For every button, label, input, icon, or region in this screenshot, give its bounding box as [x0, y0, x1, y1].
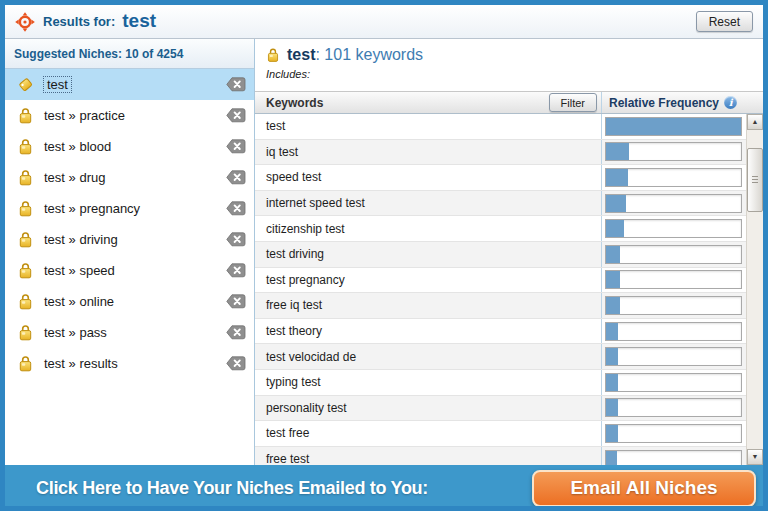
frequency-cell — [602, 191, 746, 216]
keyword-cell: test pregnancy — [255, 268, 602, 293]
keyword-row[interactable]: free test — [255, 447, 746, 465]
filter-button[interactable]: Filter — [549, 93, 597, 112]
bag-icon — [17, 355, 34, 372]
remove-niche-icon[interactable] — [226, 77, 246, 92]
keyword-row[interactable]: internet speed test — [255, 191, 746, 217]
keyword-row[interactable]: test pregnancy — [255, 268, 746, 294]
remove-niche-icon[interactable] — [226, 108, 246, 123]
remove-niche-icon[interactable] — [226, 294, 246, 309]
frequency-bar — [605, 219, 742, 238]
keyword-row[interactable]: test driving — [255, 242, 746, 268]
niche-label: test » speed — [44, 263, 115, 278]
remove-niche-icon[interactable] — [226, 356, 246, 371]
niche-item[interactable]: test » pregnancy — [5, 193, 254, 224]
niche-label: test » drug — [44, 170, 105, 185]
target-icon — [15, 12, 35, 32]
results-for-label: Results for: — [43, 14, 115, 29]
keyword-list-area: testiq testspeed testinternet speed test… — [255, 114, 763, 465]
info-icon[interactable]: i — [724, 96, 737, 109]
frequency-bar — [605, 424, 742, 443]
frequency-bar — [605, 270, 742, 289]
vertical-scrollbar[interactable]: ▲ ▼ — [746, 114, 763, 465]
frequency-cell — [602, 216, 746, 241]
frequency-bar — [605, 322, 742, 341]
niche-item[interactable]: test » practice — [5, 100, 254, 131]
bag-icon — [17, 200, 34, 217]
keyword-row[interactable]: test theory — [255, 319, 746, 345]
keyword-row[interactable]: test free — [255, 421, 746, 447]
keyword-cell: personality test — [255, 396, 602, 421]
keywords-panel-title: test : 101 keywords — [266, 46, 763, 64]
bag-icon — [17, 107, 34, 124]
frequency-cell — [602, 370, 746, 395]
frequency-bar — [605, 450, 742, 465]
niche-list: testtest » practicetest » bloodtest » dr… — [5, 69, 254, 379]
bag-icon — [17, 324, 34, 341]
scroll-down-button[interactable]: ▼ — [747, 449, 763, 465]
remove-niche-icon[interactable] — [226, 263, 246, 278]
remove-niche-icon[interactable] — [226, 170, 246, 185]
bag-icon — [17, 293, 34, 310]
niche-label: test — [44, 77, 71, 92]
frequency-column-header: Relative Frequency i — [602, 92, 763, 113]
keyword-row[interactable]: speed test — [255, 165, 746, 191]
niche-item[interactable]: test » blood — [5, 131, 254, 162]
niche-label: test » practice — [44, 108, 125, 123]
frequency-bar — [605, 398, 742, 417]
niche-item[interactable]: test » driving — [5, 224, 254, 255]
keyword-row[interactable]: personality test — [255, 396, 746, 422]
keyword-row[interactable]: test velocidad de — [255, 344, 746, 370]
keyword-rows: testiq testspeed testinternet speed test… — [255, 114, 746, 465]
keyword-row[interactable]: iq test — [255, 140, 746, 166]
niche-label: test » blood — [44, 139, 111, 154]
niche-item[interactable]: test » online — [5, 286, 254, 317]
keyword-row[interactable]: typing test — [255, 370, 746, 396]
email-banner-message: Click Here to Have Your Niches Emailed t… — [36, 478, 428, 499]
bag-icon — [17, 169, 34, 186]
frequency-cell — [602, 242, 746, 267]
frequency-cell — [602, 165, 746, 190]
frequency-cell — [602, 344, 746, 369]
bag-icon — [17, 138, 34, 155]
keyword-cell: internet speed test — [255, 191, 602, 216]
frequency-bar — [605, 194, 742, 213]
keywords-panel-header: test : 101 keywords Includes: — [255, 39, 763, 91]
keywords-header-label: Keywords — [266, 96, 323, 110]
keyword-cell: citizenship test — [255, 216, 602, 241]
table-header: Keywords Filter Relative Frequency i — [255, 91, 763, 114]
email-all-niches-button[interactable]: Email All Niches — [532, 470, 756, 507]
niche-finder-window: Results for: test Reset Suggested Niches… — [0, 0, 768, 511]
suggested-niches-header: Suggested Niches: 10 of 4254 — [5, 39, 254, 69]
remove-niche-icon[interactable] — [226, 139, 246, 154]
suggested-niches-sidebar: Suggested Niches: 10 of 4254 testtest » … — [5, 39, 255, 465]
frequency-cell — [602, 447, 746, 465]
niche-item[interactable]: test » speed — [5, 255, 254, 286]
keyword-cell: test theory — [255, 319, 602, 344]
frequency-bar — [605, 117, 742, 136]
remove-niche-icon[interactable] — [226, 325, 246, 340]
frequency-bar — [605, 168, 742, 187]
frequency-bar — [605, 142, 742, 161]
keyword-cell: test — [255, 114, 602, 139]
email-banner: Click Here to Have Your Niches Emailed t… — [0, 465, 768, 511]
keyword-cell: typing test — [255, 370, 602, 395]
keyword-row[interactable]: test — [255, 114, 746, 140]
scroll-up-button[interactable]: ▲ — [747, 114, 763, 130]
niche-item[interactable]: test — [5, 69, 254, 100]
frequency-cell — [602, 293, 746, 318]
content-area: Suggested Niches: 10 of 4254 testtest » … — [5, 39, 763, 465]
scrollbar-thumb[interactable] — [747, 148, 763, 212]
niche-item[interactable]: test » results — [5, 348, 254, 379]
niche-item[interactable]: test » pass — [5, 317, 254, 348]
reset-button[interactable]: Reset — [696, 11, 753, 32]
keywords-column-header: Keywords Filter — [255, 92, 602, 113]
niche-item[interactable]: test » drug — [5, 162, 254, 193]
frequency-cell — [602, 268, 746, 293]
keyword-count: : 101 keywords — [315, 46, 423, 64]
keyword-row[interactable]: free iq test — [255, 293, 746, 319]
keyword-row[interactable]: citizenship test — [255, 216, 746, 242]
remove-niche-icon[interactable] — [226, 232, 246, 247]
niche-label: test » pregnancy — [44, 201, 140, 216]
frequency-bar — [605, 373, 742, 392]
remove-niche-icon[interactable] — [226, 201, 246, 216]
